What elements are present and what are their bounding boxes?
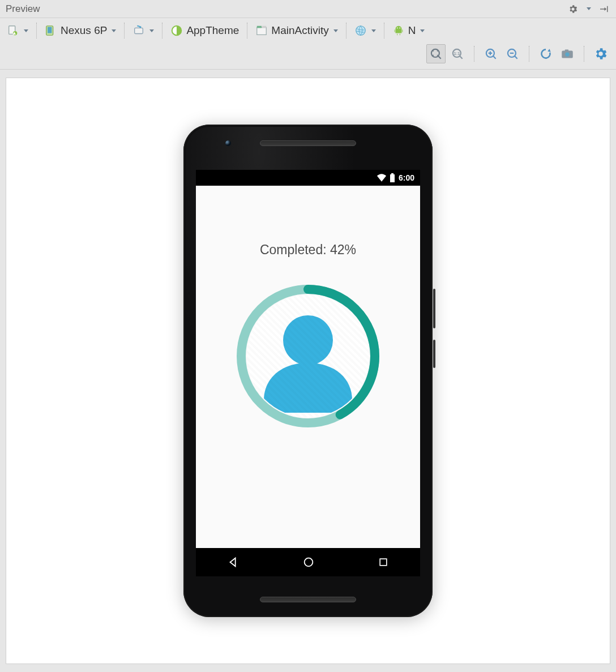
status-bar: 6:00	[196, 170, 420, 186]
activity-picker[interactable]: MainActivity	[254, 23, 339, 38]
gear-icon[interactable]	[566, 2, 580, 16]
theme-name-label: AppTheme	[186, 24, 239, 37]
locale-picker[interactable]	[353, 23, 377, 38]
api-level-picker[interactable]: N	[391, 23, 426, 38]
refresh-button[interactable]	[536, 44, 555, 63]
svg-rect-21	[391, 173, 393, 174]
theme-picker[interactable]: AppTheme	[169, 23, 240, 38]
activity-name-label: MainActivity	[271, 24, 328, 37]
titlebar: Preview	[0, 0, 616, 18]
svg-point-25	[305, 558, 313, 567]
api-level-label: N	[408, 24, 416, 37]
nav-bar	[196, 548, 420, 576]
svg-point-9	[356, 26, 365, 36]
dropdown-caret-icon	[149, 29, 154, 32]
device-picker[interactable]: Nexus 6P	[44, 23, 117, 38]
separator	[384, 23, 384, 38]
orientation-button[interactable]	[131, 23, 155, 38]
panel-title: Preview	[6, 3, 40, 15]
progress-text: Completed: 42%	[260, 242, 356, 258]
progress-suffix: %	[345, 242, 356, 257]
device-screen: 6:00 Completed: 42%	[196, 170, 420, 576]
svg-point-11	[399, 28, 400, 29]
device-frame: 6:00 Completed: 42%	[183, 125, 433, 617]
separator	[162, 23, 162, 38]
view-options-button[interactable]	[6, 23, 29, 38]
camera-icon	[225, 140, 231, 146]
separator	[529, 46, 529, 62]
svg-rect-18	[565, 49, 569, 51]
toolbar-row-1: Nexus 6P AppTheme MainActivity	[6, 23, 610, 44]
progress-ring	[234, 283, 382, 430]
dropdown-caret-icon	[333, 29, 338, 32]
toolbar-row-2: 1:1	[6, 44, 610, 69]
hide-panel-icon[interactable]	[597, 2, 610, 16]
avatar-icon	[247, 295, 369, 417]
separator	[584, 46, 584, 62]
svg-point-10	[396, 28, 397, 29]
recents-icon[interactable]	[378, 557, 389, 568]
progress-prefix: Completed:	[260, 242, 330, 257]
dropdown-caret-icon	[24, 29, 28, 32]
home-icon[interactable]	[302, 556, 315, 568]
gear-dropdown-caret[interactable]	[587, 7, 591, 10]
separator	[474, 46, 474, 62]
zoom-in-button[interactable]	[481, 44, 500, 63]
preview-panel: Preview Nexus 6P	[0, 0, 616, 672]
dropdown-caret-icon	[371, 29, 376, 32]
toolbar-area: Nexus 6P AppTheme MainActivity	[0, 18, 616, 70]
separator	[36, 23, 37, 38]
preview-area: 6:00 Completed: 42%	[0, 70, 616, 672]
zoom-out-button[interactable]	[503, 44, 522, 63]
svg-rect-20	[390, 174, 395, 182]
separator	[247, 23, 247, 38]
wifi-icon	[377, 174, 386, 182]
svg-text:1:1: 1:1	[454, 51, 460, 56]
app-content: Completed: 42%	[196, 186, 420, 548]
separator	[346, 23, 346, 38]
svg-rect-26	[380, 559, 387, 566]
titlebar-actions	[566, 2, 610, 16]
clock-label: 6:00	[399, 173, 414, 182]
svg-rect-4	[135, 28, 143, 33]
svg-rect-3	[48, 27, 52, 33]
speaker-icon	[260, 597, 356, 602]
device-name-label: Nexus 6P	[61, 24, 107, 37]
screenshot-button[interactable]	[558, 44, 577, 63]
zoom-to-fit-button[interactable]	[426, 44, 446, 63]
svg-rect-7	[257, 26, 262, 28]
earpiece-icon	[260, 140, 356, 146]
progress-value: 42	[330, 242, 345, 257]
separator	[124, 23, 125, 38]
settings-button[interactable]	[591, 44, 610, 63]
preview-canvas[interactable]: 6:00 Completed: 42%	[6, 78, 610, 664]
svg-point-24	[283, 315, 333, 365]
back-icon[interactable]	[227, 556, 239, 568]
svg-rect-6	[257, 28, 267, 35]
dropdown-caret-icon	[420, 29, 425, 32]
svg-point-19	[565, 52, 569, 56]
battery-icon	[390, 173, 395, 182]
svg-rect-8	[262, 26, 266, 28]
dropdown-caret-icon	[112, 29, 116, 32]
zoom-actual-button[interactable]: 1:1	[448, 44, 467, 63]
